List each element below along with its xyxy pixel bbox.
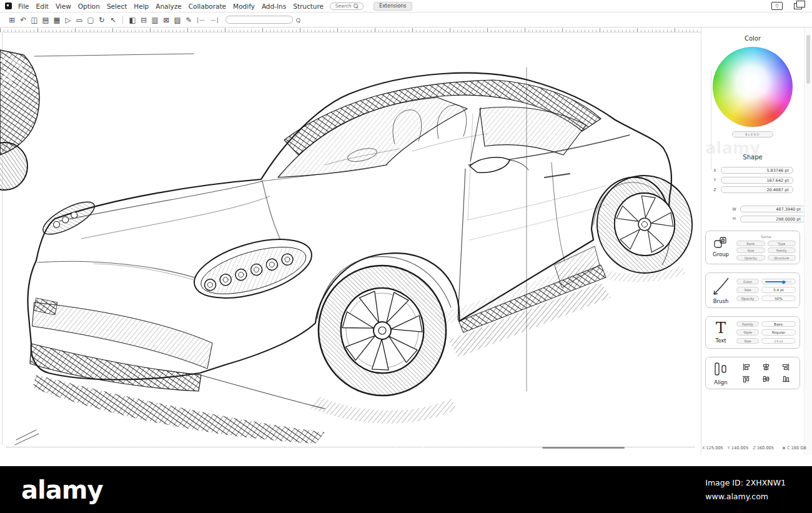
group-size-button[interactable]: Size bbox=[736, 247, 765, 253]
status-y: Y140.005 bbox=[728, 446, 748, 451]
rotate-tool-icon[interactable]: ↻ bbox=[97, 16, 106, 24]
run-icon[interactable]: ▷ bbox=[64, 16, 72, 24]
text-size-value[interactable]: 14 pt bbox=[761, 338, 796, 344]
group-family-button[interactable]: Family bbox=[768, 247, 796, 253]
color-wheel[interactable] bbox=[713, 47, 793, 127]
alamy-url[interactable]: www.alamy.com bbox=[705, 490, 786, 503]
panel-scrollbar[interactable] bbox=[804, 27, 812, 455]
delete-icon[interactable]: ⊠ bbox=[162, 16, 171, 24]
canvas[interactable]: a a bbox=[0, 27, 701, 455]
menubar: File Edit View Option Select Help Analyz… bbox=[0, 0, 812, 12]
extensions-button[interactable]: Extensions bbox=[374, 2, 412, 11]
toolbar-divider bbox=[122, 16, 123, 24]
frame-tool-icon[interactable]: ▢ bbox=[86, 16, 95, 24]
collapse-icon[interactable]: ⊟ bbox=[139, 16, 148, 24]
menu-add-ins[interactable]: Add-Ins bbox=[262, 2, 286, 10]
y-label: Y bbox=[712, 177, 718, 182]
brush-size-value[interactable]: 5.4 pt bbox=[761, 287, 796, 293]
corner-scribble bbox=[15, 430, 39, 445]
same-header: Same bbox=[736, 234, 796, 239]
workspace: a a alamy Color BLEND Shape X 5.83746 pt bbox=[0, 27, 812, 455]
panel-scrollbar-thumb[interactable] bbox=[806, 35, 810, 84]
width-input[interactable]: 487.3940 pt bbox=[740, 206, 805, 212]
group-icon bbox=[714, 237, 728, 249]
menu-collaborate[interactable]: Collaborate bbox=[189, 2, 226, 10]
menu-file[interactable]: File bbox=[18, 2, 29, 10]
duplicate-icon[interactable]: ◫ bbox=[30, 16, 39, 24]
rectangle-tool-icon[interactable]: ▭ bbox=[75, 16, 84, 24]
z-label: Z bbox=[712, 187, 718, 192]
x-coordinate-row: X 5.83746 pt bbox=[712, 167, 793, 174]
align-right-icon[interactable] bbox=[782, 363, 790, 371]
watermark-footer: alamy Image ID: 2XHXNW1 www.alamy.com bbox=[0, 466, 812, 513]
design-app-window: File Edit View Option Select Help Analyz… bbox=[0, 0, 812, 513]
menu-select[interactable]: Select bbox=[107, 2, 127, 10]
grid-tool-icon[interactable]: ⊞ bbox=[7, 16, 16, 24]
z-input[interactable]: 20.4987 pt bbox=[721, 186, 793, 193]
panel-left-icon[interactable]: ◧ bbox=[128, 16, 137, 24]
color-section-title: Color bbox=[701, 35, 804, 42]
car-sketch-svg[interactable] bbox=[0, 32, 701, 455]
menu-option[interactable]: Option bbox=[78, 2, 100, 10]
horizontal-scrollbar[interactable] bbox=[542, 447, 625, 449]
menu-analyze[interactable]: Analyze bbox=[156, 2, 181, 10]
x-input[interactable]: 5.83746 pt bbox=[721, 167, 793, 174]
z-coordinate-row: Z 20.4987 pt bbox=[712, 186, 793, 193]
save-icon[interactable]: ▤ bbox=[41, 16, 50, 24]
blend-button[interactable]: BLEND bbox=[732, 131, 773, 137]
align-left-icon[interactable] bbox=[742, 363, 750, 371]
y-input[interactable]: 167.642 pt bbox=[721, 177, 793, 184]
toolbar-search-field[interactable] bbox=[225, 16, 293, 24]
pen-tool-icon[interactable]: ✎ bbox=[184, 16, 193, 24]
menu-structure[interactable]: Structure bbox=[293, 2, 324, 10]
shape-size: W 487.3940 pt H 298.0000 pt bbox=[731, 206, 805, 222]
select-tool-icon[interactable]: ↖ bbox=[109, 16, 117, 24]
brush-color-slider[interactable] bbox=[761, 279, 796, 285]
text-style-label: Style bbox=[736, 329, 759, 336]
left-guide-dots bbox=[2, 34, 2, 445]
group-card: Group Same Rank Type Size Family Opacity… bbox=[705, 231, 800, 264]
brush-label: Brush bbox=[713, 298, 729, 304]
pages-stack-icon[interactable] bbox=[794, 3, 802, 9]
app-logo-icon[interactable] bbox=[5, 2, 12, 9]
group-opacity-button[interactable]: Opacity bbox=[736, 255, 765, 261]
align-middle-icon[interactable] bbox=[762, 375, 770, 383]
status-x: X125.005 bbox=[702, 446, 723, 451]
window-dropdown-icon[interactable]: ▽ bbox=[771, 2, 783, 10]
align-bottom-icon[interactable] bbox=[782, 375, 790, 383]
rows-icon[interactable]: ▥ bbox=[151, 16, 159, 24]
menu-view[interactable]: View bbox=[56, 2, 71, 10]
align-center-horizontal-icon[interactable] bbox=[762, 363, 770, 371]
menubar-search[interactable]: Search bbox=[330, 2, 364, 10]
status-bar: X125.005 Y140.005 Z160.005 C180 GB M2.7 … bbox=[702, 446, 810, 451]
properties-panel: alamy Color BLEND Shape X 5.83746 pt Y 1… bbox=[701, 27, 812, 455]
height-input[interactable]: 298.0000 pt bbox=[740, 216, 805, 222]
group-rank-button[interactable]: Rank bbox=[736, 241, 765, 246]
table-icon[interactable]: ▦ bbox=[52, 16, 61, 24]
toolbar-group-1: ⊞ ↶ ◫ ▤ ▦ ▷ ▭ ▢ ↻ ↖ bbox=[7, 16, 117, 24]
toolbar-search-icon bbox=[296, 18, 300, 22]
fill-icon[interactable]: ▧ bbox=[173, 16, 182, 24]
text-card: T Text Family Basic Style Regular bbox=[705, 316, 800, 349]
group-label: Group bbox=[713, 251, 729, 257]
text-label: Text bbox=[715, 337, 726, 344]
status-cache: C180 GB bbox=[783, 446, 806, 451]
y-coordinate-row: Y 167.642 pt bbox=[712, 177, 793, 184]
shape-coordinates: X 5.83746 pt Y 167.642 pt Z 20.4987 pt bbox=[712, 167, 793, 193]
group-type-button[interactable]: Type bbox=[768, 241, 796, 246]
group-structure-button[interactable]: Structure bbox=[768, 255, 796, 261]
brush-opacity-value[interactable]: 50% bbox=[761, 296, 796, 302]
hue-slider[interactable] bbox=[711, 70, 711, 170]
text-family-value[interactable]: Basic bbox=[761, 321, 796, 327]
menu-edit[interactable]: Edit bbox=[36, 2, 49, 10]
align-top-icon[interactable] bbox=[742, 375, 750, 383]
undo-icon[interactable]: ↶ bbox=[19, 16, 27, 24]
status-z: Z160.005 bbox=[753, 446, 774, 451]
align-tool-icon bbox=[713, 361, 728, 377]
menu-help[interactable]: Help bbox=[134, 2, 149, 10]
text-size-label: Size bbox=[736, 338, 759, 344]
text-style-value[interactable]: Regular bbox=[761, 329, 796, 336]
align-label: Align bbox=[714, 379, 727, 386]
menu-modify[interactable]: Modify bbox=[233, 2, 255, 10]
shape-section-title: Shape bbox=[701, 154, 804, 161]
